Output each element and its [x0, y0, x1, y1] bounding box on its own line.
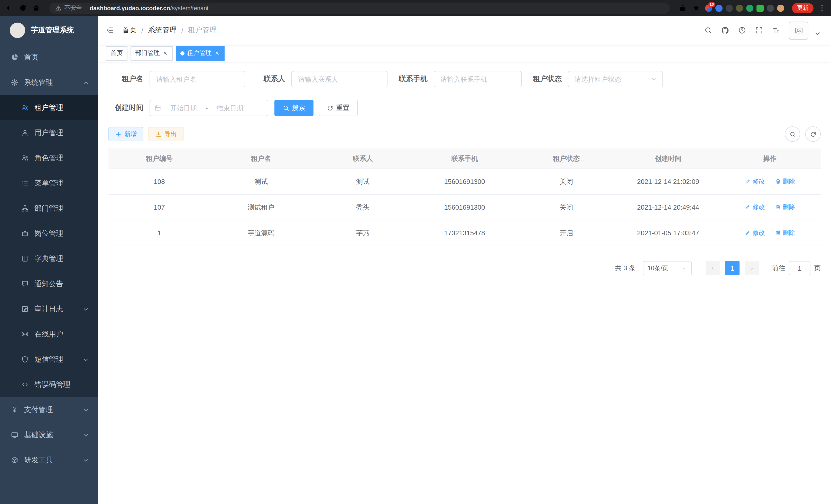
sidebar-item-home[interactable]: 首页: [0, 45, 98, 70]
sidebar-item-infra[interactable]: 基础设施: [0, 422, 98, 447]
edit-link[interactable]: 修改: [745, 229, 765, 237]
edit-icon: [745, 204, 751, 210]
pagination: 共 3 条 10条/页 1 前往 页: [109, 261, 821, 275]
share-icon[interactable]: [678, 4, 687, 12]
tab-label: 部门管理: [135, 49, 160, 58]
tenant-name-label: 租户名: [109, 75, 149, 84]
page-number-button[interactable]: 1: [725, 261, 740, 275]
cell-tenant-name: 测试租户: [210, 195, 312, 220]
date-range-picker[interactable]: -: [149, 100, 268, 116]
mobile-input[interactable]: [434, 71, 522, 87]
add-button[interactable]: 新增: [109, 127, 143, 141]
avatar[interactable]: [789, 21, 808, 39]
status-label: 租户状态: [527, 75, 568, 84]
sidebar-item-error-code[interactable]: 错误码管理: [0, 372, 98, 397]
shield-icon: [21, 356, 29, 363]
cell-contact: 芋艿: [312, 220, 414, 246]
toggle-search-button[interactable]: [785, 126, 800, 142]
cell-mobile: 17321315478: [414, 220, 515, 246]
sidebar-item-pay[interactable]: 支付管理: [0, 397, 98, 422]
address-divider: [86, 5, 86, 11]
sidebar-item-label: 用户管理: [34, 128, 63, 138]
sidebar-item-notice[interactable]: 通知公告: [0, 271, 98, 296]
col-contact: 联系人: [312, 148, 414, 169]
extension-icon[interactable]: 10: [705, 4, 712, 11]
add-button-label: 新增: [124, 130, 137, 139]
extension-icon[interactable]: [746, 4, 753, 11]
browser-update-button[interactable]: 更新: [792, 3, 813, 13]
screen: 不安全 dashboard.yudao.iocoder.cn/system/te…: [0, 0, 831, 504]
delete-link[interactable]: 删除: [775, 177, 795, 186]
breadcrumb-item[interactable]: 系统管理: [148, 26, 177, 35]
sidebar-item-audit-log[interactable]: 审计日志: [0, 296, 98, 322]
tenant-name-input[interactable]: [149, 71, 245, 87]
github-icon[interactable]: [721, 26, 729, 34]
page-size-value: 10条/页: [648, 264, 668, 272]
goto-page-input[interactable]: [789, 261, 810, 275]
prev-page-button[interactable]: [706, 261, 720, 275]
delete-link[interactable]: 删除: [775, 203, 795, 212]
date-end-input[interactable]: [210, 103, 250, 112]
browser-home-icon[interactable]: [32, 4, 40, 12]
font-size-icon[interactable]: [772, 26, 780, 34]
refresh-table-button[interactable]: [805, 126, 821, 142]
sidebar-item-label: 通知公告: [34, 279, 63, 289]
col-status: 租户状态: [515, 148, 617, 169]
next-page-button[interactable]: [745, 261, 759, 275]
sidebar-item-system[interactable]: 系统管理: [0, 70, 98, 95]
edit-link[interactable]: 修改: [745, 203, 765, 212]
sidebar-item-menu[interactable]: 菜单管理: [0, 171, 98, 196]
page-size-select[interactable]: 10条/页: [643, 261, 692, 275]
sidebar-item-dict[interactable]: 字典管理: [0, 246, 98, 271]
sidebar-item-role[interactable]: 角色管理: [0, 145, 98, 171]
browser-reload-icon[interactable]: [19, 4, 27, 12]
address-bar[interactable]: 不安全 dashboard.yudao.iocoder.cn/system/te…: [49, 2, 670, 13]
org-tree-icon: [21, 205, 29, 212]
close-icon[interactable]: [214, 50, 220, 56]
browser-menu-icon[interactable]: [818, 4, 826, 12]
tab-home[interactable]: 首页: [106, 46, 127, 60]
extension-icon[interactable]: [726, 4, 733, 11]
extension-icon[interactable]: [767, 4, 774, 11]
sidebar-item-tenant[interactable]: 租户管理: [0, 95, 98, 120]
sidebar-item-label: 字典管理: [34, 254, 63, 263]
date-start-input[interactable]: [164, 103, 203, 112]
filter-create-time: 创建时间 -: [109, 100, 268, 116]
contact-input[interactable]: [291, 71, 388, 87]
cell-status: 关闭: [515, 169, 617, 195]
goto-label: 前往: [772, 264, 785, 273]
extension-icon[interactable]: [736, 4, 743, 11]
help-icon[interactable]: [738, 26, 746, 34]
close-icon[interactable]: [163, 50, 168, 56]
extension-icon[interactable]: [715, 4, 722, 11]
caret-down-icon[interactable]: [813, 29, 822, 37]
reset-button[interactable]: 重置: [319, 100, 358, 116]
plus-icon: [115, 131, 122, 138]
search-button[interactable]: 搜索: [275, 100, 314, 116]
sidebar-item-dept[interactable]: 部门管理: [0, 196, 98, 221]
status-select[interactable]: [568, 71, 663, 87]
sidebar-item-online-user[interactable]: 在线用户: [0, 322, 98, 347]
bookmark-star-icon[interactable]: [692, 4, 700, 12]
sidebar-item-post[interactable]: 岗位管理: [0, 221, 98, 246]
extension-icon[interactable]: [756, 4, 764, 11]
sidebar-item-sms[interactable]: 短信管理: [0, 347, 98, 372]
logo[interactable]: 芋道管理系统: [0, 16, 98, 45]
edit-link[interactable]: 修改: [745, 177, 765, 186]
active-tab-dot: [180, 51, 184, 55]
sidebar-item-user[interactable]: 用户管理: [0, 120, 98, 145]
breadcrumb-item[interactable]: 首页: [122, 26, 137, 35]
export-button[interactable]: 导出: [148, 127, 183, 141]
tab-dept[interactable]: 部门管理: [131, 46, 173, 60]
total-count: 共 3 条: [615, 264, 636, 273]
message-icon: [21, 280, 29, 288]
tab-tenant[interactable]: 租户管理: [176, 46, 225, 60]
sidebar-fold-icon[interactable]: [106, 26, 114, 34]
delete-link[interactable]: 删除: [775, 229, 795, 237]
browser-back-icon[interactable]: [5, 4, 14, 12]
fullscreen-icon[interactable]: [755, 26, 763, 34]
extension-icon[interactable]: [777, 4, 784, 11]
search-icon[interactable]: [704, 26, 712, 34]
sidebar-item-dev-tool[interactable]: 研发工具: [0, 447, 98, 473]
security-chip[interactable]: 不安全: [55, 4, 82, 12]
